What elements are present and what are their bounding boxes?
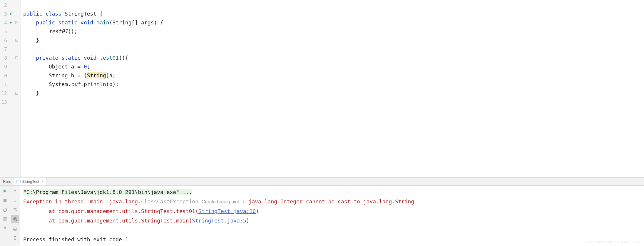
stack-frame: at com.guor.management.utils.StringTest.… xyxy=(23,208,198,214)
line-number: 5 xyxy=(0,29,7,34)
svg-rect-10 xyxy=(4,199,6,202)
dump-threads-button[interactable] xyxy=(1,206,9,214)
code-editor[interactable]: public class StringTest { public static … xyxy=(21,0,644,177)
run-config-tab[interactable]: StringTest × xyxy=(14,178,46,185)
fold-open-icon[interactable] xyxy=(15,21,19,24)
line-number: 9 xyxy=(0,64,7,70)
line-number: 8 xyxy=(0,55,7,61)
error-text: : java.lang.Integer cannot be cast to ja… xyxy=(239,198,414,205)
gutter-row: 4 xyxy=(0,18,21,27)
code-line[interactable]: public static void main(String[] args) { xyxy=(23,18,644,27)
code-line[interactable]: public class StringTest { xyxy=(23,9,644,18)
gutter-row: 3 xyxy=(0,9,21,18)
exception-class-link[interactable]: ClassCastException xyxy=(141,198,198,205)
method-name: test01 xyxy=(100,55,119,61)
scroll-down-button[interactable] xyxy=(11,196,19,205)
line-number: 12 xyxy=(0,91,7,96)
line-number: 2 xyxy=(0,2,7,8)
gutter-row: 9 xyxy=(0,62,21,71)
method-call: test01 xyxy=(49,28,68,34)
gutter-row: 6 xyxy=(0,36,21,45)
close-icon[interactable]: × xyxy=(41,179,44,184)
stack-frame: at com.guor.management.utils.StringTest.… xyxy=(23,217,192,224)
soft-wrap-button[interactable] xyxy=(11,206,19,214)
class-name: StringTest xyxy=(65,11,96,17)
line-number: 11 xyxy=(0,82,7,87)
code-line[interactable]: System.out.println(b); xyxy=(23,80,644,89)
fold-open-icon[interactable] xyxy=(15,56,19,59)
type: String xyxy=(49,72,68,78)
console-output[interactable]: "C:\Program Files\Java\jdk1.8.0_291\bin\… xyxy=(20,186,644,246)
console-line: at com.guor.management.utils.StringTest.… xyxy=(23,216,641,225)
run-panel-body: "C:\Program Files\Java\jdk1.8.0_291\bin\… xyxy=(0,186,644,246)
line-number: 7 xyxy=(0,46,7,52)
run-icon[interactable] xyxy=(9,12,13,16)
svg-rect-13 xyxy=(14,227,16,228)
keyword: private xyxy=(36,55,58,61)
fold-close-icon[interactable] xyxy=(15,92,19,95)
stop-button[interactable] xyxy=(1,196,9,205)
code-line[interactable]: test01(); xyxy=(23,27,644,36)
run-toolbar xyxy=(0,186,20,246)
code-line[interactable]: } xyxy=(23,89,644,98)
gutter-row: 5 xyxy=(0,27,21,36)
svg-rect-12 xyxy=(5,217,7,221)
class-ref: System xyxy=(49,81,68,87)
editor-area: 2 3 4 5 6 7 8 xyxy=(0,0,644,177)
editor-gutter: 2 3 4 5 6 7 8 xyxy=(0,0,21,177)
source-link[interactable]: StringTest.java:5 xyxy=(192,217,246,224)
source-link[interactable]: StringTest.java:10 xyxy=(198,208,256,214)
op: = xyxy=(77,63,81,70)
console-line: Exception in thread "main" java.lang.Cla… xyxy=(23,197,641,207)
params: String[] args xyxy=(113,19,154,26)
run-panel-header: Run: StringTest × xyxy=(0,178,644,186)
keyword: void xyxy=(81,19,93,26)
console-line xyxy=(23,225,641,235)
code-line[interactable] xyxy=(23,98,644,106)
run-icon[interactable] xyxy=(9,21,13,24)
scroll-up-button[interactable] xyxy=(11,187,19,195)
line-number: 6 xyxy=(0,38,7,43)
console-line: "C:\Program Files\Java\jdk1.8.0_291\bin\… xyxy=(23,188,641,197)
gutter-row: 7 xyxy=(0,45,21,53)
method-name: main xyxy=(96,19,109,26)
clear-all-button[interactable] xyxy=(11,234,19,242)
code-line[interactable]: Object a = 0; xyxy=(23,62,644,71)
pin-button[interactable] xyxy=(1,225,9,233)
keyword: static xyxy=(58,19,77,26)
run-panel: Run: StringTest × xyxy=(0,177,644,246)
gutter-row: 8 xyxy=(0,53,21,62)
code-line[interactable] xyxy=(23,1,644,9)
gutter-row: 2 xyxy=(0,1,21,9)
command-text: "C:\Program Files\Java\jdk1.8.0_291\bin\… xyxy=(23,189,192,195)
code-line[interactable]: } xyxy=(23,36,644,45)
svg-rect-11 xyxy=(3,217,5,221)
rerun-button[interactable] xyxy=(1,187,9,195)
scroll-to-end-button[interactable] xyxy=(11,215,19,223)
line-number: 4 xyxy=(0,20,7,26)
code-line[interactable]: private static void test01(){ xyxy=(23,53,644,62)
console-line: at com.guor.management.utils.StringTest.… xyxy=(23,207,641,216)
line-number: 3 xyxy=(0,11,7,17)
run-panel-label: Run: xyxy=(0,179,14,184)
var: b xyxy=(71,72,74,78)
op: = xyxy=(77,72,81,78)
run-tab-label: StringTest xyxy=(22,179,39,184)
code-line[interactable]: String b = (String)a; xyxy=(23,71,644,80)
type: Object xyxy=(49,63,68,70)
cast-type-warning: String xyxy=(87,72,106,78)
code-line[interactable] xyxy=(23,45,644,53)
gutter-row: 10 xyxy=(0,71,21,80)
gutter-row: 13 xyxy=(0,98,21,106)
line-number: 13 xyxy=(0,99,7,105)
method-call: println xyxy=(84,81,106,87)
keyword: public xyxy=(36,19,55,26)
create-breakpoint-hint[interactable]: Create breakpoint xyxy=(202,199,239,204)
print-button[interactable] xyxy=(11,225,19,233)
number: 0 xyxy=(84,63,87,70)
keyword: class xyxy=(46,11,61,17)
fold-close-icon[interactable] xyxy=(15,39,19,42)
line-number: 10 xyxy=(0,73,7,78)
layout-button[interactable] xyxy=(1,215,9,223)
static-field: out xyxy=(71,81,81,87)
